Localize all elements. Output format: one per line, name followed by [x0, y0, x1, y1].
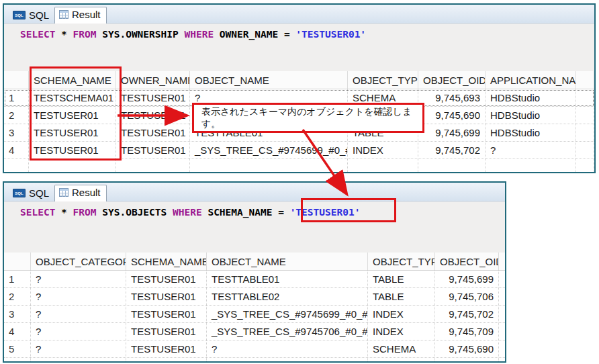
column-header[interactable]: SCHEMA_NAME: [126, 253, 207, 270]
cell[interactable]: SCHEMA: [348, 89, 418, 106]
cell[interactable]: [190, 159, 348, 172]
cell[interactable]: INDEX: [348, 142, 418, 158]
cell[interactable]: INDEX: [368, 323, 435, 340]
cell[interactable]: ?: [31, 306, 126, 322]
cell[interactable]: TESTTABLE01: [207, 271, 368, 287]
table-row[interactable]: 4?TESTUSER01_SYS_TREE_CS_#9745706_#0_#P0…: [4, 323, 505, 340]
cell[interactable]: HDBStudio: [486, 124, 576, 141]
cell[interactable]: [486, 159, 576, 172]
cell[interactable]: 9,745,706: [435, 288, 499, 305]
column-header[interactable]: OBJECT_CATEGORY: [31, 253, 126, 270]
sql-query-text[interactable]: SELECT * FROM SYS.OWNERSHIP WHERE OWNER_…: [4, 24, 594, 40]
cell[interactable]: 2: [4, 107, 29, 124]
cell[interactable]: 3: [4, 306, 31, 322]
cell[interactable]: ?: [31, 340, 126, 357]
cell[interactable]: 5: [4, 340, 31, 357]
cell[interactable]: ?: [190, 89, 348, 106]
cell[interactable]: TESTUSER01: [29, 142, 116, 158]
cell[interactable]: SCHEMA: [368, 340, 435, 357]
cell[interactable]: TABLE: [368, 271, 435, 287]
cell[interactable]: [190, 107, 348, 124]
cell[interactable]: [499, 323, 505, 340]
cell[interactable]: TESTUSER01: [126, 340, 207, 357]
cell[interactable]: 2: [4, 288, 31, 305]
column-header[interactable]: OBJECT_NAME: [207, 253, 368, 270]
cell[interactable]: 9,745,699: [418, 124, 486, 141]
cell[interactable]: [126, 358, 207, 361]
cell[interactable]: HDBStudio: [486, 89, 576, 106]
cell[interactable]: TABLE: [368, 288, 435, 305]
column-header[interactable]: [576, 71, 594, 89]
cell[interactable]: [4, 159, 29, 172]
cell[interactable]: 9,745,690: [435, 340, 499, 357]
sql-query-text[interactable]: SELECT * FROM SYS.OBJECTS WHERE SCHEMA_N…: [4, 201, 505, 218]
tab-sql[interactable]: SQL SQL: [9, 8, 54, 23]
cell[interactable]: ?: [31, 288, 126, 305]
cell[interactable]: ?: [31, 323, 126, 340]
cell[interactable]: _SYS_TREE_CS_#9745699_#0_#P0: [190, 142, 348, 158]
cell[interactable]: [418, 159, 486, 172]
column-header[interactable]: OBJECT_TYPE: [368, 253, 435, 270]
cell[interactable]: [576, 107, 594, 124]
cell[interactable]: 1: [4, 89, 29, 106]
cell[interactable]: [576, 89, 594, 106]
table-row[interactable]: 1TESTSCHEMA01TESTUSER01?SCHEMA9,745,693H…: [4, 89, 594, 107]
table-row[interactable]: 2TESTUSER01TESTUSER019,745,690HDBStudio: [4, 107, 594, 124]
cell[interactable]: [499, 271, 505, 287]
table-row[interactable]: 4TESTUSER01TESTUSER01_SYS_TREE_CS_#97456…: [4, 142, 594, 159]
cell[interactable]: 4: [4, 142, 29, 158]
cell[interactable]: [348, 107, 418, 124]
column-header[interactable]: OBJECT_OID: [435, 253, 499, 270]
cell[interactable]: _SYS_TREE_CS_#9745706_#0_#P0: [207, 323, 368, 340]
cell[interactable]: TESTUSER01: [126, 323, 207, 340]
cell[interactable]: TESTUSER01: [116, 107, 190, 124]
column-header[interactable]: SCHEMA_NAME: [29, 71, 116, 89]
tab-result[interactable]: Result: [54, 7, 107, 24]
cell[interactable]: INDEX: [368, 306, 435, 322]
table-row[interactable]: 5?TESTUSER01?SCHEMA9,745,690: [4, 340, 505, 358]
table-row[interactable]: 2?TESTUSER01TESTTABLE02TABLE9,745,706: [4, 288, 505, 306]
table-empty-row[interactable]: [4, 159, 594, 172]
cell[interactable]: TESTUSER01: [116, 124, 190, 141]
table-empty-row[interactable]: [4, 358, 505, 361]
column-header[interactable]: OBJECT_NAME: [190, 71, 348, 89]
cell[interactable]: _SYS_TREE_CS_#9745699_#0_#P0: [207, 306, 368, 322]
tab-sql[interactable]: SQL SQL: [9, 186, 54, 201]
cell[interactable]: 9,745,702: [418, 142, 486, 158]
cell[interactable]: 9,745,709: [435, 323, 499, 340]
cell[interactable]: [576, 142, 594, 158]
cell[interactable]: [499, 358, 505, 361]
table-row[interactable]: 3?TESTUSER01_SYS_TREE_CS_#9745699_#0_#P0…: [4, 306, 505, 323]
cell[interactable]: ?: [486, 142, 576, 158]
cell[interactable]: TESTUSER01: [126, 288, 207, 305]
column-header[interactable]: APPLICATION_NAME: [486, 71, 576, 89]
cell[interactable]: [116, 159, 190, 172]
column-header[interactable]: OBJECT_TYPE: [348, 71, 418, 89]
cell[interactable]: [207, 358, 368, 361]
table-row[interactable]: 1?TESTUSER01TESTTABLE01TABLE9,745,699: [4, 271, 505, 288]
cell[interactable]: 3: [4, 124, 29, 141]
column-header[interactable]: [4, 253, 31, 270]
cell[interactable]: TESTSCHEMA01: [29, 89, 116, 106]
cell[interactable]: TESTTABLE01: [190, 124, 348, 141]
column-header[interactable]: [4, 71, 29, 89]
cell[interactable]: 9,745,699: [435, 271, 499, 287]
cell[interactable]: 1: [4, 271, 31, 287]
cell[interactable]: [576, 159, 594, 172]
tab-result[interactable]: Result: [54, 185, 107, 201]
cell[interactable]: [499, 306, 505, 322]
cell[interactable]: TESTUSER01: [116, 89, 190, 106]
cell[interactable]: TESTTABLE02: [207, 288, 368, 305]
cell[interactable]: 9,745,693: [418, 89, 486, 106]
cell[interactable]: 9,745,690: [418, 107, 486, 124]
cell[interactable]: ?: [207, 340, 368, 357]
cell[interactable]: [31, 358, 126, 361]
cell[interactable]: [348, 159, 418, 172]
cell[interactable]: TESTUSER01: [29, 124, 116, 141]
cell[interactable]: [435, 358, 499, 361]
cell[interactable]: 9,745,702: [435, 306, 499, 322]
cell[interactable]: TESTUSER01: [126, 306, 207, 322]
cell[interactable]: [368, 358, 435, 361]
cell[interactable]: [29, 159, 116, 172]
cell[interactable]: ?: [31, 271, 126, 287]
